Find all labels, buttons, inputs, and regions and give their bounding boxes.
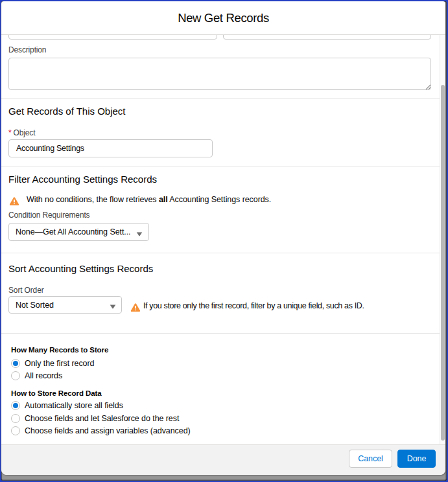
radio-row-choose-assign[interactable]: Choose fields and assign variables (adva…: [11, 426, 191, 436]
radio-option-label: Only the first record: [25, 358, 94, 369]
done-button[interactable]: Done: [397, 450, 436, 468]
chevron-down-icon: [136, 232, 143, 236]
focus-ring: New Get Records Description Get Records …: [0, 0, 448, 482]
chevron-down-icon: [110, 304, 116, 309]
radio-row-first-record[interactable]: Only the first record: [11, 358, 94, 369]
description-textarea[interactable]: [8, 58, 431, 90]
radio-option-label: Choose fields and let Salesforce do the …: [25, 413, 179, 424]
modal-header: New Get Records: [1, 1, 445, 35]
new-get-records-modal: New Get Records Description Get Records …: [1, 1, 445, 475]
modal-backdrop: New Get Records Description Get Records …: [1, 1, 447, 481]
warning-icon: [10, 197, 19, 205]
api-name-input-cutoff[interactable]: [223, 35, 431, 40]
sort-section-heading: Sort Accounting Settings Records: [8, 262, 153, 275]
store-count-label: How Many Records to Store: [11, 345, 108, 355]
object-input-value: Accounting Settings: [16, 144, 84, 153]
cancel-button[interactable]: Cancel: [349, 450, 392, 468]
modal-footer: Cancel Done: [1, 444, 445, 475]
modal-title: New Get Records: [178, 11, 269, 25]
modal-body: Description Get Records of This Object *…: [1, 35, 440, 444]
label-input-cutoff[interactable]: [8, 35, 217, 40]
resize-handle-icon[interactable]: [425, 84, 431, 90]
warning-text-prefix: With no conditions, the flow retrieves: [27, 195, 159, 204]
sort-warning: If you store only the first record, filt…: [131, 301, 364, 312]
condition-requirements-value: None—Get All Accounting Sett...: [16, 227, 130, 236]
warning-text-suffix: Accounting Settings records.: [168, 195, 272, 204]
section-divider: [1, 98, 440, 99]
section-divider: [1, 253, 440, 253]
section-divider: [1, 166, 440, 166]
condition-requirements-label: Condition Requirements: [8, 210, 89, 220]
radio-option-label: Choose fields and assign variables (adva…: [25, 426, 191, 436]
description-label: Description: [8, 45, 46, 55]
sort-order-dropdown[interactable]: Not Sorted: [8, 296, 122, 314]
filter-warning: With no conditions, the flow retrieves a…: [9, 195, 271, 205]
radio-unselected[interactable]: [11, 426, 20, 435]
radio-row-choose-fields[interactable]: Choose fields and let Salesforce do the …: [11, 413, 179, 424]
sort-warning-text: If you store only the first record, filt…: [143, 301, 364, 310]
radio-option-label: Automatically store all fields: [25, 400, 123, 411]
store-mode-label: How to Store Record Data: [11, 388, 101, 398]
condition-requirements-dropdown[interactable]: None—Get All Accounting Sett...: [8, 223, 149, 241]
sort-order-label: Sort Order: [8, 285, 44, 295]
required-asterisk: *: [8, 128, 12, 137]
filter-warning-text: With no conditions, the flow retrieves a…: [27, 195, 271, 204]
sort-order-value: Not Sorted: [16, 301, 54, 310]
section-divider: [1, 333, 440, 334]
object-label: *Object: [8, 128, 35, 138]
radio-unselected[interactable]: [11, 414, 20, 423]
radio-row-all-records[interactable]: All records: [11, 371, 62, 381]
object-section-heading: Get Records of This Object: [8, 105, 125, 118]
radio-selected[interactable]: [11, 359, 20, 368]
warning-text-bold: all: [159, 195, 168, 204]
scrollbar-thumb[interactable]: [441, 85, 445, 441]
radio-unselected[interactable]: [11, 371, 20, 380]
radio-row-auto-store[interactable]: Automatically store all fields: [11, 400, 123, 411]
object-label-text: Object: [14, 128, 36, 137]
radio-option-label: All records: [25, 371, 62, 381]
warning-icon: [131, 303, 140, 312]
filter-section-heading: Filter Accounting Settings Records: [8, 173, 157, 186]
radio-selected[interactable]: [11, 401, 20, 410]
scrollbar-track[interactable]: [440, 35, 445, 444]
object-input[interactable]: Accounting Settings: [8, 139, 213, 157]
